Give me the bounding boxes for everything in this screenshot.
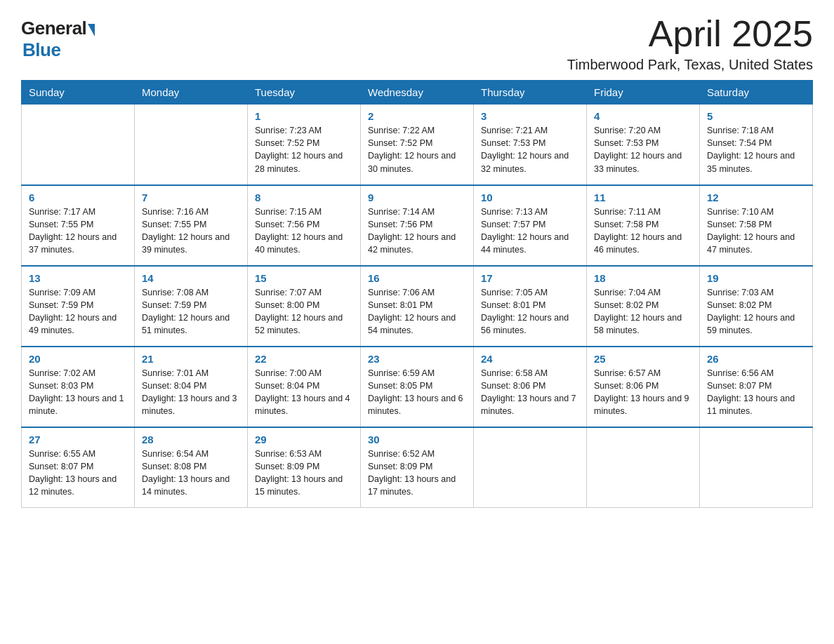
day-number: 7 <box>142 192 240 203</box>
day-info: Sunrise: 6:56 AMSunset: 8:07 PMDaylight:… <box>707 367 805 418</box>
calendar-day-cell: 8Sunrise: 7:15 AMSunset: 7:56 PMDaylight… <box>248 185 361 266</box>
day-info: Sunrise: 7:20 AMSunset: 7:53 PMDaylight:… <box>594 124 692 175</box>
day-info: Sunrise: 6:59 AMSunset: 8:05 PMDaylight:… <box>368 367 466 418</box>
day-number: 23 <box>368 353 466 365</box>
calendar-day-cell: 27Sunrise: 6:55 AMSunset: 8:07 PMDayligh… <box>22 427 135 508</box>
calendar-day-cell: 5Sunrise: 7:18 AMSunset: 7:54 PMDaylight… <box>700 105 813 185</box>
calendar-day-cell: 30Sunrise: 6:52 AMSunset: 8:09 PMDayligh… <box>361 427 474 508</box>
calendar-day-header: Friday <box>587 81 700 105</box>
calendar-week-row: 20Sunrise: 7:02 AMSunset: 8:03 PMDayligh… <box>22 347 813 427</box>
calendar-day-header: Tuesday <box>248 81 361 105</box>
calendar-week-row: 27Sunrise: 6:55 AMSunset: 8:07 PMDayligh… <box>22 427 813 508</box>
day-info: Sunrise: 7:14 AMSunset: 7:56 PMDaylight:… <box>368 206 466 257</box>
day-number: 5 <box>707 110 805 122</box>
calendar-day-cell: 24Sunrise: 6:58 AMSunset: 8:06 PMDayligh… <box>474 347 587 427</box>
calendar-day-cell: 4Sunrise: 7:20 AMSunset: 7:53 PMDaylight… <box>587 105 700 185</box>
calendar-day-header: Monday <box>135 81 248 105</box>
day-number: 2 <box>368 110 466 122</box>
day-number: 26 <box>707 353 805 365</box>
calendar-body: 1Sunrise: 7:23 AMSunset: 7:52 PMDaylight… <box>22 105 813 508</box>
calendar-table: SundayMondayTuesdayWednesdayThursdayFrid… <box>21 80 813 508</box>
day-info: Sunrise: 7:10 AMSunset: 7:58 PMDaylight:… <box>707 206 805 257</box>
day-number: 9 <box>368 192 466 203</box>
day-number: 1 <box>255 110 353 122</box>
day-number: 29 <box>255 434 353 445</box>
calendar-day-cell: 19Sunrise: 7:03 AMSunset: 8:02 PMDayligh… <box>700 266 813 347</box>
calendar-day-header: Sunday <box>22 81 135 105</box>
calendar-day-cell: 29Sunrise: 6:53 AMSunset: 8:09 PMDayligh… <box>248 427 361 508</box>
day-number: 3 <box>481 110 579 122</box>
calendar-day-cell: 17Sunrise: 7:05 AMSunset: 8:01 PMDayligh… <box>474 266 587 347</box>
calendar-week-row: 13Sunrise: 7:09 AMSunset: 7:59 PMDayligh… <box>22 266 813 347</box>
calendar-day-cell <box>587 427 700 508</box>
calendar-day-cell: 25Sunrise: 6:57 AMSunset: 8:06 PMDayligh… <box>587 347 700 427</box>
title-block: April 2025 Timberwood Park, Texas, Unite… <box>567 14 813 73</box>
day-info: Sunrise: 7:23 AMSunset: 7:52 PMDaylight:… <box>255 124 353 175</box>
day-number: 10 <box>481 192 579 203</box>
calendar-day-cell <box>135 105 248 185</box>
day-number: 28 <box>142 434 240 445</box>
day-info: Sunrise: 7:13 AMSunset: 7:57 PMDaylight:… <box>481 206 579 257</box>
day-info: Sunrise: 7:21 AMSunset: 7:53 PMDaylight:… <box>481 124 579 175</box>
day-info: Sunrise: 7:07 AMSunset: 8:00 PMDaylight:… <box>255 286 353 337</box>
day-info: Sunrise: 6:57 AMSunset: 8:06 PMDaylight:… <box>594 367 692 418</box>
day-number: 11 <box>594 192 692 203</box>
calendar-day-cell: 2Sunrise: 7:22 AMSunset: 7:52 PMDaylight… <box>361 105 474 185</box>
calendar-day-cell: 3Sunrise: 7:21 AMSunset: 7:53 PMDaylight… <box>474 105 587 185</box>
calendar-day-cell: 10Sunrise: 7:13 AMSunset: 7:57 PMDayligh… <box>474 185 587 266</box>
logo-triangle-icon <box>88 24 95 36</box>
day-number: 24 <box>481 353 579 365</box>
calendar-day-cell: 18Sunrise: 7:04 AMSunset: 8:02 PMDayligh… <box>587 266 700 347</box>
calendar-day-cell: 21Sunrise: 7:01 AMSunset: 8:04 PMDayligh… <box>135 347 248 427</box>
location-title: Timberwood Park, Texas, United States <box>567 57 813 73</box>
day-info: Sunrise: 7:05 AMSunset: 8:01 PMDaylight:… <box>481 286 579 337</box>
logo: General Blue <box>21 18 95 61</box>
calendar-day-cell: 12Sunrise: 7:10 AMSunset: 7:58 PMDayligh… <box>700 185 813 266</box>
day-number: 8 <box>255 192 353 203</box>
day-info: Sunrise: 7:08 AMSunset: 7:59 PMDaylight:… <box>142 286 240 337</box>
calendar-day-cell <box>474 427 587 508</box>
logo-general-text: General <box>21 18 86 39</box>
day-number: 20 <box>29 353 127 365</box>
calendar-week-row: 1Sunrise: 7:23 AMSunset: 7:52 PMDaylight… <box>22 105 813 185</box>
day-number: 21 <box>142 353 240 365</box>
calendar-week-row: 6Sunrise: 7:17 AMSunset: 7:55 PMDaylight… <box>22 185 813 266</box>
day-info: Sunrise: 7:22 AMSunset: 7:52 PMDaylight:… <box>368 124 466 175</box>
day-number: 14 <box>142 272 240 284</box>
calendar-day-cell <box>22 105 135 185</box>
day-number: 19 <box>707 272 805 284</box>
day-info: Sunrise: 7:09 AMSunset: 7:59 PMDaylight:… <box>29 286 127 337</box>
day-info: Sunrise: 6:52 AMSunset: 8:09 PMDaylight:… <box>368 448 466 499</box>
calendar-day-cell: 23Sunrise: 6:59 AMSunset: 8:05 PMDayligh… <box>361 347 474 427</box>
day-info: Sunrise: 7:16 AMSunset: 7:55 PMDaylight:… <box>142 206 240 257</box>
day-info: Sunrise: 7:02 AMSunset: 8:03 PMDaylight:… <box>29 367 127 418</box>
calendar-day-cell: 26Sunrise: 6:56 AMSunset: 8:07 PMDayligh… <box>700 347 813 427</box>
calendar-day-cell: 20Sunrise: 7:02 AMSunset: 8:03 PMDayligh… <box>22 347 135 427</box>
day-info: Sunrise: 7:17 AMSunset: 7:55 PMDaylight:… <box>29 206 127 257</box>
day-number: 6 <box>29 192 127 203</box>
day-info: Sunrise: 6:58 AMSunset: 8:06 PMDaylight:… <box>481 367 579 418</box>
day-info: Sunrise: 7:06 AMSunset: 8:01 PMDaylight:… <box>368 286 466 337</box>
calendar-day-cell: 9Sunrise: 7:14 AMSunset: 7:56 PMDaylight… <box>361 185 474 266</box>
calendar-day-header: Saturday <box>700 81 813 105</box>
day-number: 13 <box>29 272 127 284</box>
day-number: 15 <box>255 272 353 284</box>
day-number: 22 <box>255 353 353 365</box>
day-number: 12 <box>707 192 805 203</box>
day-info: Sunrise: 7:00 AMSunset: 8:04 PMDaylight:… <box>255 367 353 418</box>
calendar-header-row: SundayMondayTuesdayWednesdayThursdayFrid… <box>22 81 813 105</box>
day-number: 16 <box>368 272 466 284</box>
day-info: Sunrise: 6:54 AMSunset: 8:08 PMDaylight:… <box>142 448 240 499</box>
day-info: Sunrise: 6:53 AMSunset: 8:09 PMDaylight:… <box>255 448 353 499</box>
day-info: Sunrise: 6:55 AMSunset: 8:07 PMDaylight:… <box>29 448 127 499</box>
calendar-day-header: Wednesday <box>361 81 474 105</box>
day-info: Sunrise: 7:18 AMSunset: 7:54 PMDaylight:… <box>707 124 805 175</box>
calendar-day-cell: 14Sunrise: 7:08 AMSunset: 7:59 PMDayligh… <box>135 266 248 347</box>
month-title: April 2025 <box>567 14 813 54</box>
logo-blue-text: Blue <box>22 39 60 61</box>
day-number: 27 <box>29 434 127 445</box>
calendar-day-cell: 11Sunrise: 7:11 AMSunset: 7:58 PMDayligh… <box>587 185 700 266</box>
day-info: Sunrise: 7:11 AMSunset: 7:58 PMDaylight:… <box>594 206 692 257</box>
day-number: 17 <box>481 272 579 284</box>
calendar-day-cell: 13Sunrise: 7:09 AMSunset: 7:59 PMDayligh… <box>22 266 135 347</box>
